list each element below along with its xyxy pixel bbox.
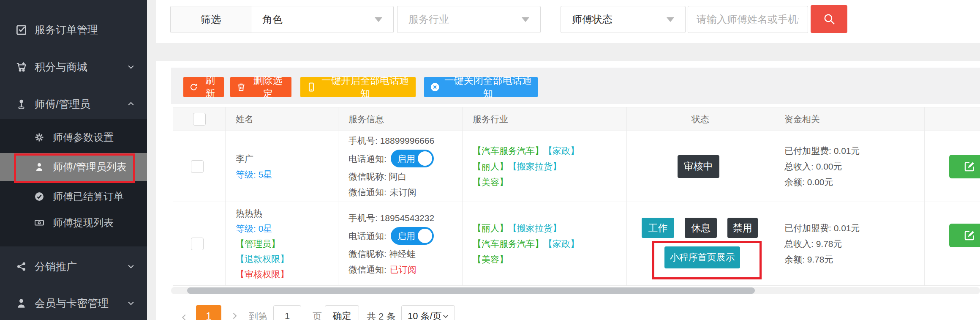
row-checkbox[interactable] [191, 238, 204, 250]
master-status-select-value: 师傅状态 [561, 13, 667, 26]
sidebar-item-label: 师傅提现列表 [53, 216, 114, 230]
chevron-down-icon [127, 63, 135, 71]
header-finance: 资金相关 [774, 107, 924, 131]
delete-selected-button[interactable]: 删除选定 [230, 77, 291, 97]
page-size-select[interactable]: 10 条/页 [401, 305, 455, 320]
finance-cell: 已付加盟费: 0.01元 总收入: 9.78元 余额: 9.78元 [774, 202, 924, 285]
header-service-info: 服务信息 [338, 107, 462, 131]
sidebar-item-label: 会员与卡密管理 [35, 296, 109, 310]
wechat-notify-value: 已订阅 [390, 262, 416, 277]
sidebar-item-label: 师傅/管理员列表 [53, 160, 127, 174]
table-row: 李广 等级: 5星 手机号: 18899996666 电话通知: 启用 微信昵称… [173, 131, 980, 202]
total-income: 总收入: 0.00元 [784, 159, 920, 174]
cart-icon [16, 61, 27, 73]
mobile-phone-icon [306, 82, 316, 93]
masters-table: 姓名 服务信息 服务行业 状态 资金相关 李广 等级: 5星 手机号: 1889… [173, 107, 980, 286]
refresh-button[interactable]: 刷新 [183, 77, 224, 97]
sidebar-item-distribution[interactable]: 分销推广 [0, 255, 147, 277]
goto-page-input[interactable] [273, 305, 301, 320]
horizontal-scrollbar[interactable] [171, 287, 980, 294]
circle-x-icon [430, 82, 440, 93]
phone-notify-label: 电话通知: [348, 151, 387, 167]
delete-selected-label: 删除选定 [250, 74, 286, 100]
industry-tag: 【家政】 [544, 236, 579, 252]
search-input[interactable] [688, 6, 808, 33]
industry-cell: 【丽人】 【搬家拉货】 【汽车服务汽车】 【家政】 【美容】 [462, 202, 626, 285]
role-filter-group: 筛选 角色 [170, 6, 394, 33]
disable-all-phone-notify-button[interactable]: 一键关闭全部电话通知 [424, 77, 538, 97]
wechat-notify-label: 微信通知: [348, 184, 387, 200]
edit-pencil-icon [963, 160, 976, 173]
role-tag: 【退款权限】 [236, 252, 334, 267]
header-status: 状态 [626, 107, 774, 131]
sidebar-item-label: 服务订单管理 [35, 23, 98, 37]
table-row: 热热热 等级: 0星 【管理员】 【退款权限】 【审核权限】 手机号: 1895… [173, 202, 980, 286]
master-level[interactable]: 等级: 0星 [236, 221, 334, 236]
sidebar-item-withdraw-list[interactable]: 师傅提现列表 [0, 212, 147, 234]
edit-button[interactable] [949, 155, 980, 178]
enable-all-label: 一键开启全部电话通知 [321, 74, 410, 100]
page-unit-label: 页 [313, 310, 322, 320]
disable-all-label: 一键关闭全部电话通知 [444, 74, 532, 100]
sidebar: 服务订单管理 积分与商城 师傅/管理员 师傅参数设置 师傅/管理员列表 师傅已结… [0, 0, 147, 320]
service-info-cell: 手机号: 18899996666 电话通知: 启用 微信昵称: 阿白 微信通知:… [338, 131, 462, 202]
status-cell: 审核中 [626, 131, 774, 202]
phone-notify-toggle[interactable]: 启用 [391, 227, 434, 245]
prev-page-icon[interactable] [180, 313, 189, 320]
sidebar-item-members-cards[interactable]: 会员与卡密管理 [0, 292, 147, 314]
toggle-knob [418, 229, 432, 243]
search-button[interactable] [811, 5, 847, 33]
phone-number: 手机号: 18954543232 [348, 210, 458, 226]
person-pin-icon [16, 98, 27, 110]
sidebar-item-master-admin-list[interactable]: 师傅/管理员列表 [0, 153, 147, 181]
sidebar-item-label: 师傅参数设置 [53, 131, 114, 144]
wechat-nickname: 微信昵称: 神经蛙 [348, 246, 458, 262]
next-page-icon[interactable] [231, 313, 241, 320]
gear-icon [34, 132, 44, 142]
sidebar-item-master-params[interactable]: 师傅参数设置 [0, 126, 147, 148]
toggle-knob [418, 151, 432, 166]
balance: 余额: 9.78元 [784, 252, 920, 267]
phone-notify-toggle[interactable]: 启用 [391, 150, 434, 167]
scrollbar-thumb[interactable] [187, 287, 755, 294]
industry-tag: 【丽人】 [473, 220, 508, 236]
caret-down-icon [375, 17, 382, 22]
wechat-notify-label: 微信通知: [348, 262, 387, 277]
red-annotation-box: 小程序首页展示 [652, 241, 762, 279]
trash-icon [236, 82, 246, 93]
sidebar-item-settled-orders[interactable]: 师傅已结算订单 [0, 186, 147, 208]
balance: 余额: 0.00元 [784, 174, 920, 190]
role-select-value: 角色 [251, 13, 375, 26]
sidebar-item-label: 分销推广 [35, 260, 77, 274]
role-select[interactable]: 角色 [251, 13, 393, 26]
status-resting-button[interactable]: 休息 [685, 218, 717, 238]
status-reviewing-button[interactable]: 审核中 [678, 155, 719, 178]
goto-confirm-button[interactable]: 确定 [325, 305, 359, 320]
current-page-button[interactable]: 1 [196, 305, 221, 320]
master-status-select[interactable]: 师傅状态 [561, 6, 686, 33]
sidebar-item-points-mall[interactable]: 积分与商城 [0, 56, 147, 78]
table-header-row: 姓名 服务信息 服务行业 状态 资金相关 [173, 107, 980, 131]
actions-cell [924, 131, 980, 202]
pagination: 1 到第 页 确定 共 2 条 10 条/页 [171, 305, 980, 320]
check-square-icon [16, 24, 27, 36]
master-name: 热热热 [236, 206, 334, 221]
industry-select[interactable]: 服务行业 [397, 6, 541, 33]
chevron-down-icon [127, 262, 135, 271]
phone-notify-label: 电话通知: [348, 228, 387, 244]
sidebar-submenu: 师傅参数设置 师傅/管理员列表 师傅已结算订单 师傅提现列表 [0, 119, 147, 246]
sidebar-item-service-orders[interactable]: 服务订单管理 [0, 19, 147, 41]
select-all-checkbox[interactable] [193, 113, 206, 126]
user-icon [16, 298, 27, 309]
status-working-button[interactable]: 工作 [642, 218, 674, 238]
mini-program-home-button[interactable]: 小程序首页展示 [664, 246, 740, 268]
sidebar-item-masters-admins[interactable]: 师傅/管理员 [0, 93, 147, 115]
master-level[interactable]: 等级: 5星 [236, 167, 334, 182]
enable-all-phone-notify-button[interactable]: 一键开启全部电话通知 [300, 77, 416, 97]
status-disabled-button[interactable]: 禁用 [727, 218, 758, 238]
edit-button[interactable] [949, 224, 980, 247]
row-checkbox[interactable] [191, 160, 204, 173]
industry-tag: 【丽人】 [473, 159, 508, 174]
goto-label: 到第 [249, 310, 267, 320]
share-icon [16, 261, 27, 272]
